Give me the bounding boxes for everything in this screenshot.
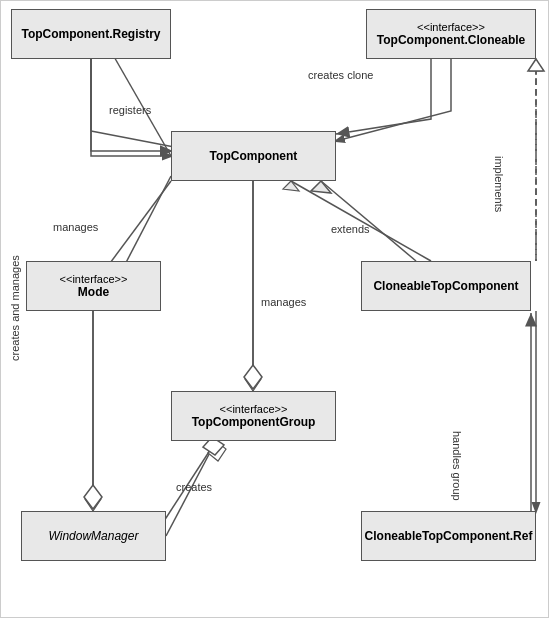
svg-marker-10 xyxy=(208,441,226,461)
svg-marker-8 xyxy=(245,369,261,391)
box-cloneable-iface-name: TopComponent.Cloneable xyxy=(377,33,525,47)
box-cloneable-ref: CloneableTopComponent.Ref xyxy=(361,511,536,561)
box-mode-name: Mode xyxy=(78,285,109,299)
box-cloneable-iface-stereotype: <<interface>> xyxy=(417,21,485,33)
box-cloneable-tc-name: CloneableTopComponent xyxy=(373,279,518,293)
box-topcomponent-name: TopComponent xyxy=(210,149,298,163)
box-window-manager-name: WindowManager xyxy=(49,529,139,543)
box-registry: TopComponent.Registry xyxy=(11,9,171,59)
svg-marker-5 xyxy=(283,181,299,191)
svg-marker-9 xyxy=(85,489,101,511)
box-cloneable-iface: <<interface>> TopComponent.Cloneable xyxy=(366,9,536,59)
box-registry-name: TopComponent.Registry xyxy=(21,27,160,41)
box-tc-group-stereotype: <<interface>> xyxy=(220,403,288,415)
svg-marker-17 xyxy=(528,59,544,71)
box-cloneable-ref-name: CloneableTopComponent.Ref xyxy=(365,529,533,543)
label-handles-group: handles group xyxy=(451,431,463,501)
label-registers: registers xyxy=(109,104,151,116)
label-creates-clone: creates clone xyxy=(308,69,373,81)
label-manages-top: manages xyxy=(53,221,98,233)
label-extends: extends xyxy=(331,223,370,235)
svg-marker-7 xyxy=(530,59,542,71)
label-creates-manages: creates and manages xyxy=(9,255,21,361)
svg-marker-18 xyxy=(244,365,262,389)
box-tc-group-name: TopComponentGroup xyxy=(192,415,316,429)
box-mode: <<interface>> Mode xyxy=(26,261,161,311)
box-tc-group: <<interface>> TopComponentGroup xyxy=(171,391,336,441)
svg-marker-19 xyxy=(84,485,102,509)
box-cloneable-tc: CloneableTopComponent xyxy=(361,261,531,311)
uml-diagram: TopComponent.Registry <<interface>> TopC… xyxy=(0,0,549,618)
label-implements: implements xyxy=(493,156,505,212)
label-manages-group: manages xyxy=(261,296,306,308)
box-window-manager: WindowManager xyxy=(21,511,166,561)
label-creates: creates xyxy=(176,481,212,493)
box-topcomponent: TopComponent xyxy=(171,131,336,181)
svg-marker-15 xyxy=(311,181,331,193)
box-mode-stereotype: <<interface>> xyxy=(60,273,128,285)
